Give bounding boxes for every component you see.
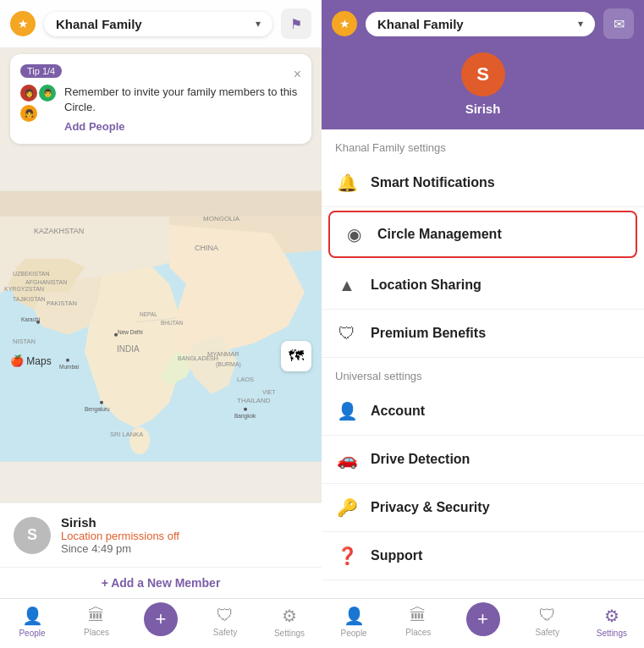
add-member-button[interactable]: + Add a New Member [0, 567, 322, 598]
support-item[interactable]: ❓ Support [322, 532, 644, 580]
svg-text:New Delhi: New Delhi [118, 329, 143, 335]
svg-text:Karachi: Karachi [21, 316, 40, 322]
right-header: ★ Khanal Family ▾ ✉ S Sirish [322, 0, 644, 129]
nav-safety-label: Safety [213, 628, 237, 637]
profile-name: Sirish [465, 102, 501, 116]
location-icon: ▲ [335, 273, 359, 297]
svg-text:SRI LANKA: SRI LANKA [110, 431, 143, 438]
support-icon: ❓ [335, 544, 359, 568]
svg-text:THAILAND: THAILAND [237, 397, 271, 404]
circle-management-item[interactable]: ◉ Circle Management [328, 211, 637, 258]
svg-text:KAZAKHSTAN: KAZAKHSTAN [34, 227, 84, 235]
maps-logo: 🍎 Maps [10, 354, 52, 367]
svg-text:Mumbai: Mumbai [59, 364, 79, 370]
family-selector[interactable]: Khanal Family ▾ [44, 12, 272, 36]
nav-settings-label: Settings [274, 629, 305, 638]
key-icon: 🔑 [335, 496, 359, 519]
premium-benefits-label: Premium Benefits [371, 326, 486, 341]
svg-text:TAJIKISTAN: TAJIKISTAN [13, 296, 46, 302]
right-nav-settings[interactable]: ⚙ Settings [580, 606, 644, 638]
drive-detection-label: Drive Detection [371, 452, 470, 467]
add-button[interactable]: + [144, 602, 178, 636]
svg-point-21 [66, 359, 69, 362]
nav-people[interactable]: 👤 People [0, 606, 64, 638]
nav-people-label: People [19, 629, 45, 638]
tip-badge: Tip 1/4 [20, 64, 62, 78]
smart-notifications-item[interactable]: 🔔 Smart Notifications [322, 159, 644, 207]
account-label: Account [371, 404, 425, 419]
people-icon: 👤 [22, 606, 43, 626]
car-icon: 🚗 [335, 448, 359, 471]
settings-icon: ⚙ [282, 606, 297, 626]
svg-text:MONGOLIA: MONGOLIA [203, 215, 240, 222]
right-places-icon: 🏛 [410, 606, 427, 625]
svg-text:Bengaluru: Bengaluru [85, 406, 110, 413]
account-icon: 👤 [335, 399, 359, 423]
nav-safety[interactable]: 🛡 Safety [193, 606, 257, 638]
svg-text:NEPAL: NEPAL [140, 311, 157, 317]
user-name: Sirish [61, 515, 179, 530]
right-nav-places-label: Places [405, 628, 431, 637]
circle-management-label: Circle Management [377, 227, 502, 242]
left-panel: ★ Khanal Family ▾ ⚑ Tip 1/4 × 👩 👨 👧 [0, 0, 322, 648]
right-nav-places[interactable]: 🏛 Places [386, 606, 450, 638]
support-label: Support [371, 548, 422, 563]
svg-text:LAOS: LAOS [237, 376, 254, 383]
close-icon[interactable]: × [294, 68, 301, 81]
right-nav-people[interactable]: 👤 People [322, 606, 386, 638]
left-bottom-nav: 👤 People 🏛 Places + 🛡 Safety ⚙ Settings [0, 598, 322, 648]
tip-message: Remember to invite your family members t… [64, 85, 301, 115]
shield-icon: 🛡 [335, 321, 359, 345]
drive-detection-item[interactable]: 🚗 Drive Detection [322, 436, 644, 484]
nav-add[interactable]: + [129, 606, 193, 638]
right-people-icon: 👤 [344, 606, 365, 626]
svg-text:(BURMA): (BURMA) [216, 361, 241, 368]
right-chevron-icon: ▾ [578, 18, 583, 30]
avatar: S [14, 517, 51, 554]
family-name-label: Khanal Family [56, 17, 250, 31]
svg-text:Bangkok: Bangkok [234, 413, 256, 420]
since-label: Since 4:49 pm [61, 542, 179, 555]
left-top-bar: ★ Khanal Family ▾ ⚑ [0, 0, 322, 47]
right-nav-people-label: People [341, 629, 367, 638]
safety-icon: 🛡 [217, 606, 234, 625]
user-info: Sirish Location permissions off Since 4:… [61, 515, 179, 555]
flag-button[interactable]: ⚑ [281, 8, 311, 39]
svg-text:AFGHANISTAN: AFGHANISTAN [25, 279, 67, 285]
account-item[interactable]: 👤 Account [322, 387, 644, 436]
svg-text:MYANMAR: MYANMAR [207, 350, 239, 358]
smart-notifications-label: Smart Notifications [371, 175, 495, 190]
right-bottom-nav: 👤 People 🏛 Places + 🛡 Safety ⚙ Settings [322, 598, 644, 648]
map-icon-button[interactable]: 🗺 [281, 341, 311, 371]
tip-card: Tip 1/4 × 👩 👨 👧 Remember to invite your … [10, 54, 311, 144]
right-family-name: Khanal Family [377, 17, 573, 31]
right-star-icon[interactable]: ★ [332, 11, 357, 36]
svg-text:BHUTAN: BHUTAN [161, 320, 184, 326]
svg-text:NISTAN: NISTAN [13, 338, 36, 345]
add-people-link[interactable]: Add People [64, 120, 125, 133]
right-add-button[interactable]: + [466, 602, 500, 636]
chevron-down-icon: ▾ [256, 18, 261, 30]
nav-settings[interactable]: ⚙ Settings [257, 606, 322, 638]
universal-settings-header: Universal settings [322, 358, 644, 387]
profile-avatar: S [461, 52, 505, 96]
right-nav-safety-label: Safety [536, 628, 559, 637]
svg-text:VIET: VIET [262, 389, 276, 395]
map-area: KAZAKHSTAN MONGOLIA UZBEKISTAN KYRGYZSTA… [0, 151, 322, 502]
right-nav-add[interactable]: + [450, 606, 515, 638]
right-nav-safety[interactable]: 🛡 Safety [515, 606, 580, 638]
star-icon[interactable]: ★ [10, 11, 36, 36]
nav-places[interactable]: 🏛 Places [64, 606, 129, 638]
right-family-selector[interactable]: Khanal Family ▾ [366, 12, 595, 36]
right-settings-icon: ⚙ [604, 606, 619, 626]
location-sharing-item[interactable]: ▲ Location Sharing [322, 261, 644, 310]
privacy-security-item[interactable]: 🔑 Privacy & Security [322, 484, 644, 532]
profile-section: S Sirish [332, 52, 634, 129]
svg-text:KYRGYZSTAN: KYRGYZSTAN [4, 286, 44, 292]
premium-benefits-item[interactable]: 🛡 Premium Benefits [322, 310, 644, 358]
right-message-button[interactable]: ✉ [603, 8, 634, 39]
svg-point-25 [100, 401, 103, 404]
circle-settings-header: Khanal Family settings [322, 129, 644, 159]
right-safety-icon: 🛡 [539, 606, 556, 625]
nav-places-label: Places [84, 628, 109, 637]
